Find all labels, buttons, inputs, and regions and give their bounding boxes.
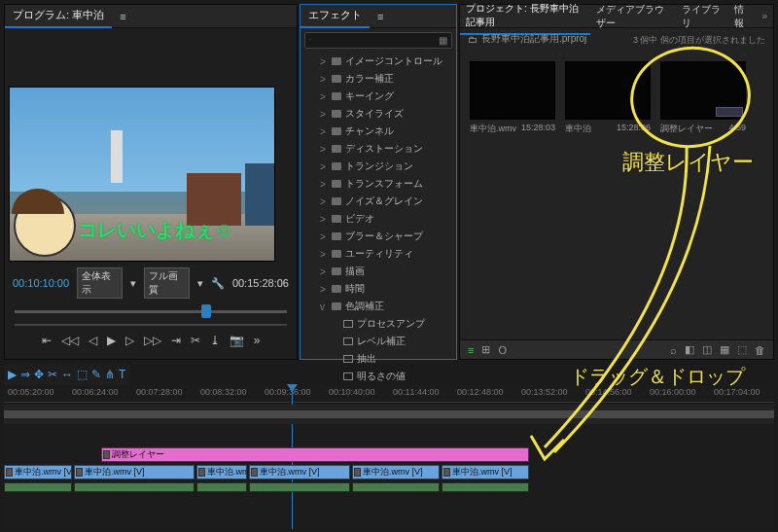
effect-folder[interactable]: >ビデオ [302,210,454,228]
timeline-clip-video[interactable]: 車中泊.wmv [V] [74,465,194,479]
timeline-clip-audio[interactable] [442,482,529,492]
effects-search-input[interactable] [315,35,439,46]
effect-preset[interactable]: 抽出 [302,350,454,368]
effect-folder[interactable]: >トランスフォーム [302,175,454,193]
effects-filter-icon[interactable]: ▦ [439,35,447,46]
effect-preset[interactable]: レベル補正 [302,333,454,350]
timeline-clip-audio[interactable] [74,482,194,492]
video-track-2[interactable]: 調整レイヤー [4,447,774,463]
selection-tool-icon[interactable]: ▶ [8,368,17,381]
toolbar-icon[interactable]: ▦ [720,343,729,356]
timeline-clip-audio[interactable] [249,482,350,492]
project-bin-item[interactable]: 車中泊 15:28:06 [565,61,651,135]
new-item-icon[interactable]: ◫ [702,343,712,356]
pen-tool-icon[interactable]: ⬚ [77,368,88,381]
timeline-clip-video[interactable]: 車中泊.wmv [V] [249,465,350,479]
wrench-icon[interactable]: 🔧 [211,277,225,290]
effect-folder[interactable]: >ブラー＆シャープ [302,228,454,245]
effect-folder[interactable]: >スタイライズ [302,105,454,123]
video-track-1[interactable]: 車中泊.wmv [V]車中泊.wmv [V]車中泊.wmv [V]車中泊.wmv… [4,465,774,480]
timecode-out[interactable]: 00:15:28:06 [232,277,289,289]
track-select-tool-icon[interactable]: ⇒ [20,368,30,381]
effect-folder[interactable]: v色調補正 [302,298,454,315]
program-viewer[interactable]: コレいいよねぇ☺ [9,87,275,262]
zoom-chevron-icon[interactable]: ▾ [130,277,136,290]
audio-track-1[interactable] [4,482,774,492]
new-bin-icon[interactable]: ◧ [685,343,694,356]
slip-tool-icon[interactable]: ↔ [61,368,73,381]
effect-folder[interactable]: >描画 [302,263,454,280]
list-view-icon[interactable]: ≡ [468,344,474,356]
quality-select[interactable]: フル画質 [144,267,190,299]
zoom-bar[interactable] [15,324,287,326]
time-ruler[interactable]: 00:05:20:0000:06:24:0000:07:28:0000:08:3… [4,385,774,403]
trash-icon[interactable]: 🗑 [755,344,765,356]
razor-tool-icon[interactable]: ✂ [48,368,57,381]
timeline-work-area[interactable] [4,405,774,424]
timeline-clip-audio[interactable] [4,482,72,492]
effect-folder[interactable]: >キーイング [302,88,454,105]
effect-preset[interactable]: 明るさの値 [302,368,454,385]
frame-back-icon[interactable]: ◁ [88,334,97,347]
timeline-clip-video[interactable]: 車中泊.wmv [V] [196,465,247,479]
effect-preset[interactable]: プロセスアンプ [302,315,454,333]
effect-folder[interactable]: >トランジション [302,158,454,175]
extract-icon[interactable]: ⤓ [210,334,220,347]
more-icon[interactable]: » [254,334,261,347]
media-browser-tab[interactable]: メディアブラウザー [590,0,676,34]
panel-more-icon[interactable]: » [756,11,773,21]
search-icon[interactable]: ⌕ [670,344,677,356]
effect-folder[interactable]: >ノイズ＆グレイン [302,193,454,210]
panel-menu-icon[interactable]: ≡ [112,7,133,26]
icon-view-icon[interactable]: ⊞ [481,343,490,356]
toolbar-icon[interactable]: ⬚ [737,343,747,356]
program-tab[interactable]: プログラム: 車中泊 [5,4,112,28]
freeform-view-icon[interactable]: O [498,344,507,356]
timeline-clip-audio[interactable] [196,482,247,492]
audio-track-2[interactable] [4,494,774,504]
bin-thumbnail[interactable] [470,61,555,120]
effect-folder[interactable]: >ディストーション [302,140,454,158]
project-bin-item[interactable]: 調整レイヤー 4:59 [660,61,746,135]
viewer-overlay-text: コレいいよねぇ☺ [78,217,233,243]
program-scrubber[interactable] [15,304,287,318]
bin-name: 車中泊 [565,123,591,135]
export-frame-icon[interactable]: 📷 [230,334,244,347]
effects-tab[interactable]: エフェクト [301,4,370,28]
hand-tool-icon[interactable]: ✎ [91,368,101,381]
timeline-clip-video[interactable]: 車中泊.wmv [V] [442,465,529,479]
timeline-clip-audio[interactable] [352,482,440,492]
timeline-clip-video[interactable]: 車中泊.wmv [V] [4,465,72,479]
info-tab[interactable]: 情報 [728,0,757,34]
effect-folder[interactable]: >ユーティリティ [302,245,454,263]
library-tab[interactable]: ライブラリ [676,0,728,34]
effect-folder[interactable]: >時間 [302,280,454,298]
effect-folder[interactable]: >カラー補正 [302,70,454,88]
project-bin-item[interactable]: 車中泊.wmv 15:28:03 [470,61,555,135]
ripple-tool-icon[interactable]: ✥ [34,368,44,381]
bin-thumbnail[interactable] [660,61,746,120]
timecode-in[interactable]: 00:10:10:00 [13,277,69,289]
effect-folder[interactable]: >チャンネル [302,123,454,140]
zoom-tool-icon[interactable]: ⋔ [105,368,115,381]
type-tool-icon[interactable]: T [119,368,125,381]
lift-icon[interactable]: ✂ [191,334,200,347]
effect-folder[interactable]: >イメージコントロール [302,53,454,70]
step-fwd-icon[interactable]: ▷▷ [144,334,161,347]
mark-in-icon[interactable]: ⇤ [42,334,52,347]
step-back-icon[interactable]: ◁◁ [61,334,79,347]
play-icon[interactable]: ▶ [107,334,116,347]
zoom-select[interactable]: 全体表示 [77,267,123,299]
viewer-overlay-face [14,195,76,257]
effect-label: プロセスアンプ [357,317,425,331]
panel-menu-icon[interactable]: ≡ [370,7,391,26]
project-tab[interactable]: プロジェクト: 長野車中泊記事用 [460,0,590,35]
quality-chevron-icon[interactable]: ▾ [197,277,203,290]
effects-search[interactable]: ▦ [304,32,452,49]
frame-fwd-icon[interactable]: ▷ [125,334,134,347]
timeline-clip-adjustment[interactable]: 調整レイヤー [101,447,529,462]
scrubber-playhead[interactable] [201,304,211,318]
mark-out-icon[interactable]: ⇥ [171,334,181,347]
bin-thumbnail[interactable] [565,61,651,120]
timeline-clip-video[interactable]: 車中泊.wmv [V] [352,465,440,479]
